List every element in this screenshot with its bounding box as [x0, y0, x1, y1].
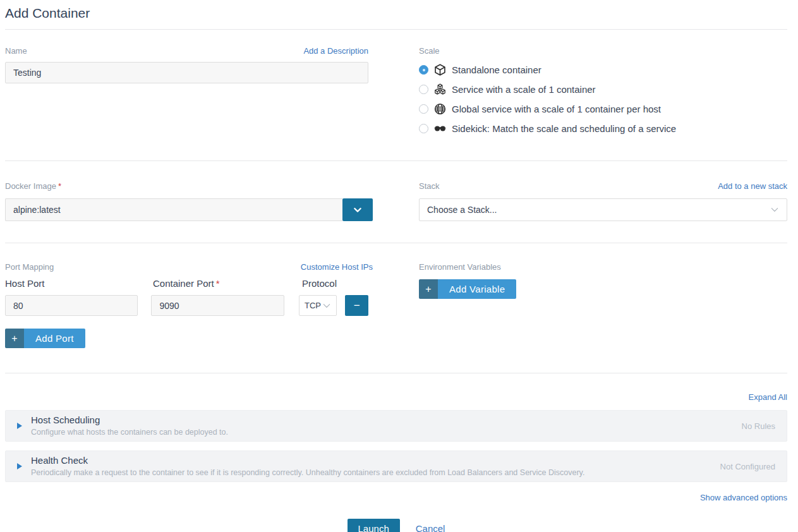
add-description-link[interactable]: Add a Description [303, 46, 368, 56]
add-variable-label: Add Variable [438, 279, 516, 299]
radio-selected-icon [419, 65, 428, 75]
name-input[interactable] [5, 62, 368, 83]
scale-option-standalone[interactable]: Standalone container [419, 63, 787, 76]
protocol-select-value: TCP [305, 301, 321, 310]
scale-option-label: Global service with a scale of 1 contain… [452, 104, 661, 114]
accordion-title: Health Check [31, 454, 708, 467]
launch-button[interactable]: Launch [348, 519, 400, 532]
status-badge: Not Configured [720, 462, 775, 471]
port-field-labels: Host Port Container Port* Protocol [5, 278, 368, 289]
add-new-stack-link[interactable]: Add to a new stack [718, 181, 787, 191]
name-scale-row: Name Add a Description Scale Standalone … [5, 30, 787, 160]
accordion-description: Periodically make a request to the conta… [31, 468, 708, 478]
required-asterisk: * [58, 181, 61, 191]
docker-image-label: Docker Image* [5, 181, 61, 191]
scale-option-sidekick[interactable]: Sidekick: Match the scale and scheduling… [419, 122, 787, 135]
page-title: Add Container [5, 0, 787, 29]
stack-label: Stack [419, 181, 440, 191]
accordion-description: Configure what hosts the containers can … [31, 427, 729, 438]
port-mapping-row: TCP − [5, 295, 368, 316]
plus-icon: + [419, 279, 438, 299]
radio-icon [419, 104, 428, 114]
remove-port-button[interactable]: − [345, 295, 368, 316]
docker-image-column: Docker Image* [5, 181, 368, 221]
add-container-form: Add Container Name Add a Description Sca… [0, 0, 798, 532]
advanced-sections: Expand All Host Scheduling Configure wha… [5, 373, 787, 502]
scale-column: Scale Standalone container [419, 46, 787, 142]
port-mapping-label: Port Mapping [5, 262, 54, 272]
host-port-label: Host Port [5, 278, 45, 289]
scale-label: Scale [419, 46, 440, 56]
radio-icon [419, 85, 428, 94]
health-check-accordion[interactable]: Health Check Periodically make a request… [5, 450, 787, 482]
scale-option-label: Standalone container [452, 64, 541, 75]
name-label: Name [5, 46, 27, 56]
chevron-down-icon [353, 205, 363, 215]
chevron-down-icon [770, 205, 779, 214]
scale-option-service[interactable]: Service with a scale of 1 container [419, 83, 787, 96]
globe-icon [433, 102, 447, 116]
stack-column: Stack Add to a new stack Choose a Stack.… [419, 181, 787, 221]
form-actions: Launch Cancel [5, 519, 787, 532]
chevron-down-icon [322, 301, 331, 310]
service-cubes-icon [433, 83, 447, 96]
caret-right-icon [17, 423, 22, 429]
port-mapping-column: Port Mapping Customize Host IPs Host Por… [5, 262, 368, 354]
environment-variables-label: Environment Variables [419, 262, 501, 272]
scale-option-label: Service with a scale of 1 container [452, 84, 596, 95]
environment-column: Environment Variables + Add Variable [419, 262, 787, 354]
add-port-label: Add Port [24, 329, 85, 348]
accordion-title: Host Scheduling [31, 414, 729, 426]
cancel-button[interactable]: Cancel [416, 523, 445, 532]
expand-all-link[interactable]: Expand All [749, 392, 787, 402]
add-variable-button[interactable]: + Add Variable [419, 279, 516, 299]
required-asterisk: * [216, 278, 220, 289]
scale-option-label: Sidekick: Match the scale and scheduling… [452, 123, 676, 134]
minus-icon: − [354, 299, 360, 311]
scale-option-global[interactable]: Global service with a scale of 1 contain… [419, 102, 787, 116]
show-advanced-options-link[interactable]: Show advanced options [700, 493, 787, 502]
docker-image-combo [5, 198, 373, 221]
add-port-button[interactable]: + Add Port [5, 329, 85, 348]
host-scheduling-accordion[interactable]: Host Scheduling Configure what hosts the… [5, 410, 787, 442]
docker-image-input[interactable] [5, 198, 342, 221]
protocol-label: Protocol [302, 278, 337, 289]
stack-select-value: Choose a Stack... [427, 205, 497, 215]
image-stack-row: Docker Image* Stack Add to a new stack [5, 161, 787, 243]
radio-icon [419, 124, 428, 133]
protocol-select[interactable]: TCP [299, 295, 337, 316]
customize-host-ips-link[interactable]: Customize Host IPs [301, 262, 373, 272]
container-port-label: Container Port* [153, 278, 220, 289]
docker-image-dropdown-button[interactable] [342, 198, 373, 221]
status-badge: No Rules [742, 421, 775, 431]
cube-icon [433, 63, 447, 76]
sidekick-mask-icon [433, 122, 447, 135]
container-port-input[interactable] [151, 295, 284, 316]
name-column: Name Add a Description [5, 46, 368, 142]
stack-select[interactable]: Choose a Stack... [419, 198, 787, 221]
caret-right-icon [17, 463, 22, 469]
plus-icon: + [5, 329, 24, 348]
host-port-input[interactable] [5, 295, 138, 316]
ports-env-row: Port Mapping Customize Host IPs Host Por… [5, 243, 787, 373]
